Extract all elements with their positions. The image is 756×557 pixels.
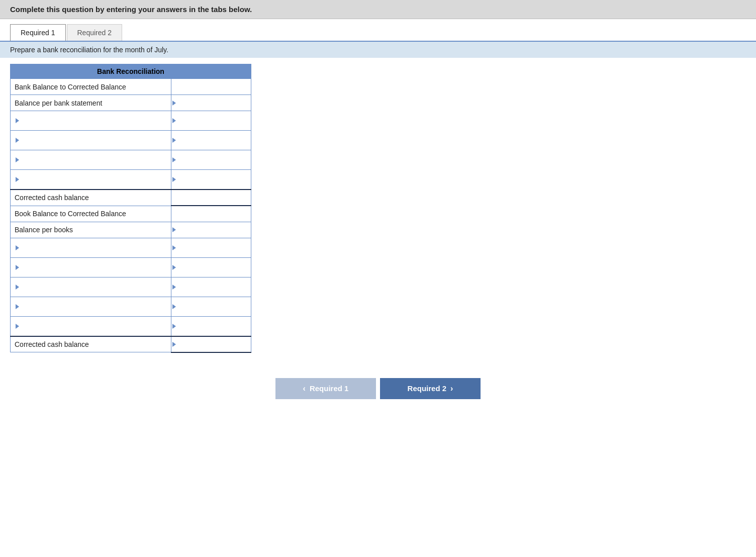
arrow-icon bbox=[172, 285, 176, 290]
row9-value-input[interactable] bbox=[178, 240, 251, 255]
row3-label-input-cell bbox=[11, 131, 171, 150]
balance-per-bank-input[interactable] bbox=[178, 96, 251, 111]
bank-reconciliation-table: Bank Reconciliation Bank Balance to Corr… bbox=[10, 64, 251, 353]
table-row bbox=[11, 316, 251, 336]
row11-label-input-cell bbox=[11, 277, 171, 297]
row9-label-input[interactable] bbox=[21, 241, 167, 255]
row9-label-input-cell bbox=[11, 238, 171, 257]
tab-required1[interactable]: Required 1 bbox=[10, 24, 66, 41]
arrow-icon bbox=[172, 227, 176, 232]
table-row bbox=[11, 238, 251, 257]
row3-value-input-cell bbox=[171, 131, 251, 150]
next-button-label: Required 2 bbox=[408, 384, 447, 393]
arrow-icon bbox=[172, 177, 176, 182]
arrow-icon bbox=[172, 265, 176, 270]
arrow-icon bbox=[172, 157, 176, 162]
corrected-book-input[interactable] bbox=[178, 337, 251, 352]
table-row bbox=[11, 277, 251, 297]
row2-value-input-cell bbox=[171, 111, 251, 131]
row13-label-input-cell bbox=[11, 316, 171, 336]
balance-per-books-input[interactable] bbox=[178, 222, 251, 237]
row13-label-input[interactable] bbox=[21, 319, 167, 333]
row5-label-input[interactable] bbox=[21, 172, 167, 187]
instruction-bar: Prepare a bank reconciliation for the mo… bbox=[0, 42, 756, 58]
row10-value-input-cell bbox=[171, 257, 251, 277]
table-row bbox=[11, 257, 251, 277]
table-row bbox=[11, 170, 251, 190]
row3-value-input[interactable] bbox=[178, 133, 251, 148]
table-row: Bank Balance to Corrected Balance bbox=[11, 79, 251, 95]
row3-label-input[interactable] bbox=[21, 133, 167, 147]
corrected-bank-input[interactable] bbox=[172, 190, 251, 205]
row10-label-input[interactable] bbox=[21, 260, 167, 274]
table-row bbox=[11, 150, 251, 170]
corrected-bank-label: Corrected cash balance bbox=[11, 190, 171, 206]
row11-value-input[interactable] bbox=[178, 280, 251, 295]
balance-per-bank-label: Balance per bank statement bbox=[11, 95, 171, 111]
row12-value-input[interactable] bbox=[178, 299, 251, 314]
corrected-bank-input-cell bbox=[171, 190, 251, 206]
table-row: Book Balance to Corrected Balance bbox=[11, 206, 251, 222]
row11-label-input[interactable] bbox=[21, 280, 167, 294]
row5-value-input[interactable] bbox=[178, 172, 251, 187]
balance-per-bank-input-cell bbox=[171, 95, 251, 111]
next-button[interactable]: Required 2 › bbox=[380, 378, 481, 399]
arrow-icon bbox=[16, 177, 19, 182]
table-row: Balance per bank statement bbox=[11, 95, 251, 111]
table-title: Bank Reconciliation bbox=[11, 64, 251, 79]
row4-value-input[interactable] bbox=[178, 152, 251, 167]
top-instruction: Complete this question by entering your … bbox=[0, 0, 756, 19]
row5-value-input-cell bbox=[171, 170, 251, 190]
arrow-icon bbox=[172, 101, 176, 106]
prev-button[interactable]: ‹ Required 1 bbox=[275, 378, 376, 399]
row5-label-input-cell bbox=[11, 170, 171, 190]
arrow-icon bbox=[172, 342, 176, 347]
arrow-icon bbox=[172, 245, 176, 250]
row4-value-input-cell bbox=[171, 150, 251, 170]
arrow-icon bbox=[16, 304, 19, 309]
table-row: Corrected cash balance bbox=[11, 190, 251, 206]
row9-value-input-cell bbox=[171, 238, 251, 257]
row10-label-input-cell bbox=[11, 257, 171, 277]
tabs-container: Required 1 Required 2 bbox=[0, 19, 756, 42]
arrow-icon bbox=[172, 138, 176, 143]
balance-per-books-input-cell bbox=[171, 222, 251, 238]
row13-value-input[interactable] bbox=[178, 319, 251, 334]
balance-per-books-label: Balance per books bbox=[11, 222, 171, 238]
bank-section-header-input bbox=[171, 79, 251, 95]
row2-label-input-cell bbox=[11, 111, 171, 131]
corrected-book-input-cell bbox=[171, 336, 251, 352]
tab-required2[interactable]: Required 2 bbox=[67, 24, 123, 41]
arrow-icon bbox=[172, 118, 176, 123]
table-row bbox=[11, 111, 251, 131]
book-section-header-label: Book Balance to Corrected Balance bbox=[11, 206, 171, 222]
row2-value-input[interactable] bbox=[178, 113, 251, 128]
arrow-icon bbox=[16, 157, 19, 162]
row2-label-input[interactable] bbox=[21, 114, 167, 128]
arrow-icon bbox=[16, 285, 19, 290]
row12-label-input[interactable] bbox=[21, 300, 167, 314]
row12-label-input-cell bbox=[11, 297, 171, 316]
table-row: Corrected cash balance bbox=[11, 336, 251, 352]
next-chevron: › bbox=[450, 384, 453, 393]
corrected-book-label: Corrected cash balance bbox=[11, 336, 171, 352]
row4-label-input[interactable] bbox=[21, 153, 167, 167]
arrow-icon bbox=[16, 324, 19, 329]
row12-value-input-cell bbox=[171, 297, 251, 316]
book-section-header-input bbox=[171, 206, 251, 222]
main-content: Bank Reconciliation Bank Balance to Corr… bbox=[0, 64, 756, 363]
arrow-icon bbox=[16, 245, 19, 250]
row13-value-input-cell bbox=[171, 316, 251, 336]
prev-chevron: ‹ bbox=[303, 384, 306, 393]
row10-value-input[interactable] bbox=[178, 260, 251, 275]
prev-button-label: Required 1 bbox=[310, 384, 349, 393]
nav-buttons: ‹ Required 1 Required 2 › bbox=[0, 373, 756, 404]
table-row bbox=[11, 131, 251, 150]
row11-value-input-cell bbox=[171, 277, 251, 297]
arrow-icon bbox=[172, 304, 176, 309]
arrow-icon bbox=[16, 138, 19, 143]
table-row: Balance per books bbox=[11, 222, 251, 238]
table-row bbox=[11, 297, 251, 316]
row4-label-input-cell bbox=[11, 150, 171, 170]
bank-section-header-label: Bank Balance to Corrected Balance bbox=[11, 79, 171, 95]
